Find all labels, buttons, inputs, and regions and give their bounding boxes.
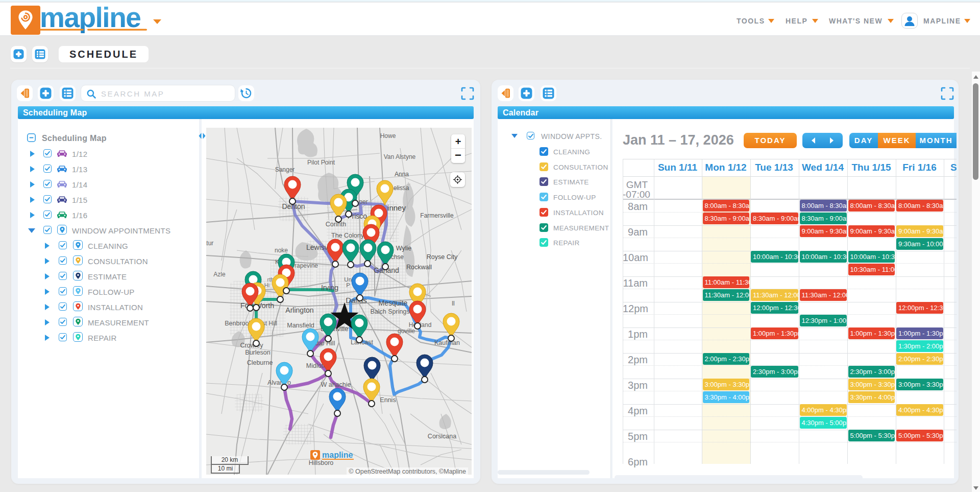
- svg-text:ll: ll: [452, 300, 454, 307]
- svg-text:elissa: elissa: [394, 184, 409, 192]
- svg-text:Royse City: Royse City: [427, 253, 458, 261]
- svg-text:Hi: Hi: [264, 282, 270, 288]
- svg-text:Ennis: Ennis: [380, 396, 396, 404]
- svg-text:goville: goville: [398, 327, 415, 335]
- svg-text:Anna: Anna: [395, 171, 409, 178]
- svg-text:Mesquite: Mesquite: [379, 299, 408, 307]
- svg-text:Cleburne: Cleburne: [247, 359, 273, 366]
- svg-text:Rockwall: Rockwall: [406, 264, 432, 271]
- svg-text:Arlington: Arlington: [285, 306, 313, 314]
- svg-text:Sanger: Sanger: [275, 166, 295, 173]
- svg-text:P: P: [346, 282, 350, 288]
- svg-text:per: per: [359, 198, 368, 205]
- svg-text:Farmersville: Farmersville: [420, 212, 454, 219]
- svg-text:rapevine: rapevine: [295, 262, 318, 269]
- svg-text:atur: atur: [206, 240, 213, 247]
- svg-text:Mansfield: Mansfield: [287, 322, 314, 329]
- svg-text:Pilot Point: Pilot Point: [307, 159, 335, 166]
- svg-text:noke: noke: [275, 247, 288, 254]
- svg-text:Hillsboro: Hillsboro: [309, 459, 334, 466]
- svg-text:The Colony: The Colony: [331, 232, 364, 239]
- svg-text:Van Alstyne: Van Alstyne: [384, 153, 416, 160]
- svg-text:Corinth: Corinth: [326, 221, 346, 228]
- svg-text:Irving: Irving: [321, 284, 338, 292]
- svg-text:W ahachie: W ahachie: [321, 381, 351, 388]
- svg-text:Wylie: Wylie: [396, 245, 411, 252]
- svg-text:Balch Springs: Balch Springs: [370, 308, 409, 315]
- svg-text:Burleson: Burleson: [245, 349, 270, 356]
- svg-text:Howe: Howe: [380, 132, 396, 139]
- svg-text:Azle: Azle: [213, 271, 226, 278]
- svg-text:Crowley: Crowley: [240, 342, 263, 349]
- svg-text:Dallas: Dallas: [346, 296, 367, 304]
- svg-text:mapline: mapline: [322, 451, 353, 459]
- svg-text:inney: inney: [387, 203, 406, 212]
- svg-text:Corsicana: Corsicana: [428, 433, 456, 440]
- svg-text:Kaufman: Kaufman: [434, 339, 460, 346]
